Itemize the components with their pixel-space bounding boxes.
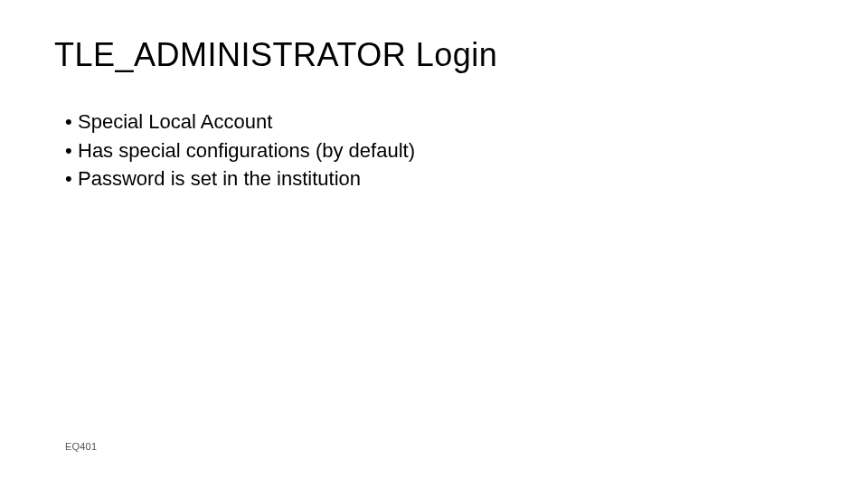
list-item: Has special configurations (by default) bbox=[65, 137, 814, 164]
footer-code: EQ401 bbox=[65, 441, 97, 452]
bullet-list: Special Local Account Has special config… bbox=[54, 108, 814, 192]
slide-title: TLE_ADMINISTRATOR Login bbox=[54, 36, 814, 74]
list-item: Password is set in the institution bbox=[65, 165, 814, 192]
list-item: Special Local Account bbox=[65, 108, 814, 136]
